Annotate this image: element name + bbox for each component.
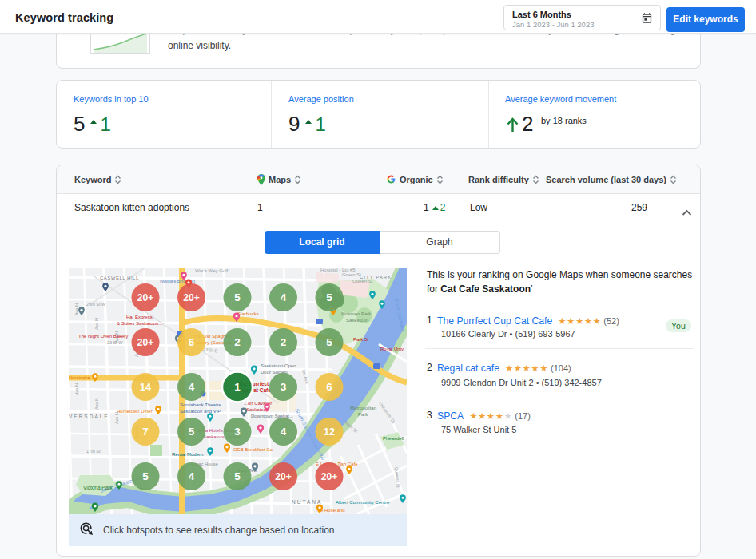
svg-text:4: 4 — [189, 381, 195, 393]
svg-text:17th St: 17th St — [86, 449, 101, 454]
svg-text:Kinsmen Park: Kinsmen Park — [341, 311, 372, 316]
svg-text:14: 14 — [140, 382, 151, 393]
svg-text:Queen St: Queen St — [352, 279, 373, 283]
svg-text:Saskatoon and VIP: Saskatoon and VIP — [180, 409, 221, 414]
svg-text:OEB Breakfast Co: OEB Breakfast Co — [233, 447, 273, 452]
svg-text:& Suites Saskatoon...: & Suites Saskatoon... — [117, 321, 163, 326]
svg-text:Ave N: Ave N — [74, 303, 79, 315]
svg-text:29th St W: 29th St W — [86, 302, 106, 307]
svg-text:20+: 20+ — [321, 471, 337, 482]
svg-text:20+: 20+ — [275, 471, 291, 482]
svg-text:Ave N: Ave N — [94, 318, 99, 330]
svg-text:Saskatoon: Saskatoon — [346, 318, 368, 323]
svg-text:4: 4 — [281, 426, 287, 438]
svg-text:1: 1 — [234, 381, 241, 393]
svg-text:Ucrainska: Ucrainska — [69, 375, 90, 380]
svg-text:6: 6 — [189, 336, 195, 348]
svg-text:Remai Modern: Remai Modern — [172, 452, 203, 457]
svg-text:Green St: Green St — [342, 272, 361, 277]
svg-text:5: 5 — [142, 470, 149, 482]
svg-text:4: 4 — [189, 470, 195, 482]
svg-text:Pheasdell: Pheasdell — [383, 436, 404, 441]
svg-text:5: 5 — [234, 470, 241, 482]
svg-text:Downtown Saskat...: Downtown Saskat... — [251, 414, 293, 418]
svg-text:Scotiabank Theatre: Scotiabank Theatre — [180, 402, 222, 407]
svg-text:5: 5 — [189, 426, 195, 438]
svg-text:20+: 20+ — [137, 337, 153, 348]
svg-text:12: 12 — [324, 426, 335, 438]
svg-text:Saskatoon Open: Saskatoon Open — [261, 363, 296, 368]
svg-text:Metropolitan: Metropolitan — [350, 406, 376, 410]
svg-text:3: 3 — [234, 426, 241, 438]
svg-text:The Night Oven Bakery: The Night Oven Bakery — [78, 334, 128, 339]
svg-text:3: 3 — [281, 381, 287, 393]
svg-text:7: 7 — [142, 426, 149, 438]
svg-text:2: 2 — [281, 336, 287, 348]
svg-text:23 St W: 23 St W — [107, 340, 123, 345]
svg-text:War's Wey Golf: War's Wey Golf — [195, 268, 228, 273]
svg-text:5: 5 — [326, 291, 332, 303]
svg-text:VERSDALE: VERSDALE — [69, 414, 109, 419]
svg-text:Royal Univ: Royal Univ — [380, 347, 404, 351]
svg-text:Hometown Diner: Hometown Diner — [117, 409, 153, 414]
svg-text:4: 4 — [281, 291, 287, 303]
svg-text:2: 2 — [234, 336, 241, 348]
svg-text:Ave N: Ave N — [114, 412, 119, 424]
svg-text:5: 5 — [326, 336, 332, 348]
svg-text:Ave N: Ave N — [94, 398, 99, 410]
svg-text:Starbucks: Starbucks — [237, 311, 259, 316]
svg-text:Park 5t: Park 5t — [353, 337, 368, 342]
svg-text:5: 5 — [234, 291, 241, 303]
svg-text:Victoria Park: Victoria Park — [83, 485, 113, 490]
svg-text:20+: 20+ — [137, 292, 153, 303]
svg-text:Albert Community Centre: Albert Community Centre — [336, 500, 390, 505]
svg-text:6: 6 — [326, 381, 332, 393]
svg-text:Park: Park — [358, 412, 368, 417]
svg-text:Ave N: Ave N — [74, 383, 79, 395]
svg-text:Ha. Express: Ha. Express — [126, 315, 153, 319]
svg-text:20+: 20+ — [183, 292, 199, 303]
svg-text:CASWELL HILL: CASWELL HILL — [100, 276, 139, 280]
svg-text:NUTANA: NUTANA — [292, 499, 322, 505]
